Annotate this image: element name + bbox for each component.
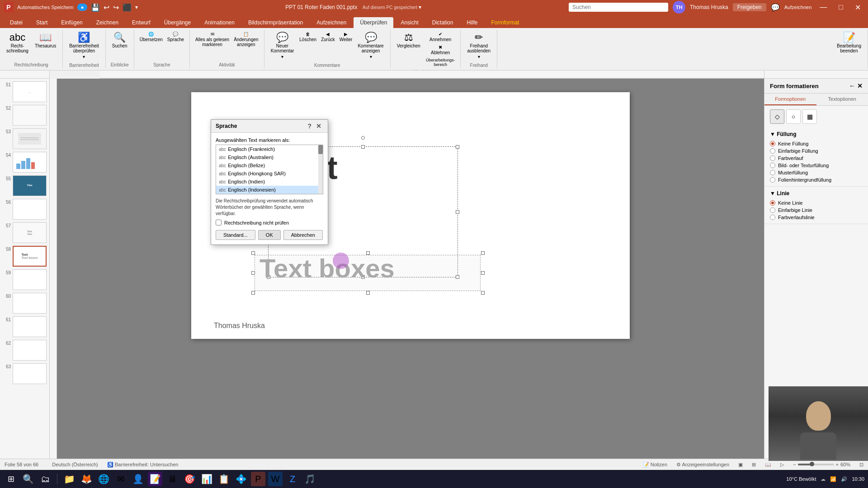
taskbar-music-btn[interactable]: 🎵 [302,472,317,486]
fit-window-btn[interactable]: ⊡ [859,462,863,468]
share-btn[interactable]: Freigeben [733,3,766,11]
ribbon-btn-änderungen[interactable]: 📋 Änderungenanzeigen [232,31,260,48]
search-input[interactable] [569,3,668,12]
option-bild-textur[interactable]: Bild- oder Texturfüllung [770,163,863,168]
radio-farbverlauf[interactable] [770,155,775,161]
handle2-r[interactable] [481,271,485,275]
lang-item-hongkong[interactable]: abc Englisch (Hongkong SAR) [216,169,323,178]
taskbar-zoom-btn[interactable]: Z [285,472,300,486]
autosave-toggle[interactable]: ● [77,4,88,11]
lang-item-indonesien[interactable]: abc Englisch (Indonesien) [216,186,323,194]
handle-t[interactable] [361,145,365,149]
rp-icon-shape[interactable]: ○ [786,109,801,124]
rp-icon-fill[interactable]: ◇ [770,109,784,124]
taskbar-windows-btn[interactable]: ⊞ [4,472,18,486]
taskbar-firefox-btn[interactable]: 🦊 [79,472,94,486]
taskbar-time[interactable]: 10:30 [852,476,864,482]
handle2-l[interactable] [251,271,255,275]
handle-r[interactable] [456,210,459,214]
language-status[interactable]: Deutsch (Österreich) [52,462,98,467]
close-btn[interactable]: ✕ [851,2,864,13]
ribbon-btn-weiter[interactable]: ▶ Weiter [338,31,354,43]
slides-panel[interactable]: 51 ... 52 53 54 [0,79,50,459]
ribbon-btn-alles-gelesen[interactable]: ✉ Alles als gelesenmarkieren [193,31,231,48]
dialog-close-btn[interactable]: ✕ [314,122,323,130]
tab-übergänge[interactable]: Übergänge [158,17,197,28]
tab-start[interactable]: Start [30,17,54,28]
tab-datei[interactable]: Datei [4,17,29,28]
handle2-t[interactable] [366,251,370,255]
handle2-tl[interactable] [251,251,255,255]
dialog-ok-btn[interactable]: OK [258,230,281,240]
taskbar-teams-btn[interactable]: 💠 [234,472,248,486]
reading-view-btn[interactable]: 📖 [765,462,771,468]
tab-überprüfen[interactable]: Überprüfen [354,17,393,28]
slide-thumb-61[interactable]: 61 [2,315,47,338]
taskbar-mail-btn[interactable]: ✉ [113,472,128,486]
ribbon-btn-rechtschreibung[interactable]: abc Recht-schreibung [4,31,31,55]
rp-icon-shadow[interactable]: ▦ [802,109,817,124]
toolbar-undo[interactable]: ↩ [104,3,109,12]
ribbon-btn-kommentare-anzeigen[interactable]: 💬 Kommentareanzeigen ▾ [355,31,386,61]
slide-thumb-51[interactable]: 51 ... [2,80,47,103]
toolbar-present[interactable]: ⬛ [123,3,132,12]
slide-thumb-58[interactable]: 58 TextText boxes [2,245,47,267]
panel-back-btn[interactable]: ← [849,82,855,89]
taskbar-search-btn[interactable]: 🔍 [21,472,35,486]
handle2-br[interactable] [481,291,485,295]
slide-thumb-54[interactable]: 54 [2,151,47,174]
ribbon-btn-vergleichen[interactable]: ⚖ Vergleichen [394,31,423,50]
taskbar-network-icon[interactable]: 📶 [830,476,836,482]
accessibility-status[interactable]: ♿ Barrierefreiheit: Untersuchen [107,462,179,468]
taskbar-monitor-btn[interactable]: 🖥 [165,472,179,486]
radio-keine-füllung[interactable] [770,141,775,146]
handle-tr[interactable] [456,145,459,149]
tab-zeichnen[interactable]: Zeichnen [90,17,125,28]
ribbon-btn-löschen[interactable]: 🗑 Löschen [297,31,318,43]
slide-thumb-55[interactable]: 55 Title [2,174,47,197]
ribbon-btn-ablehnen[interactable]: ✖ Ablehnen [424,44,457,56]
record-btn[interactable]: Aufzeichnen [784,5,812,10]
slide-thumb-52[interactable]: 52 [2,104,47,127]
lang-item-frankreich[interactable]: abc Englisch (Frankreich) [216,145,323,153]
radio-farbverlaufslinie[interactable] [770,215,775,220]
dialog-scroll-thumb[interactable] [318,145,323,154]
dialog-language-list[interactable]: abc Englisch (Frankreich) abc Englisch (… [216,145,323,194]
ribbon-btn-freihand[interactable]: ✏ Freihandausblenden ▾ [464,31,493,61]
option-muster[interactable]: Musterfüllung [770,170,863,175]
lang-item-irland[interactable]: abc Englisch (Irland) [216,194,323,194]
ribbon-btn-suchen[interactable]: 🔍 Suchen [109,31,130,50]
taskbar-onenote-btn[interactable]: 📝 [148,472,162,486]
dialog-cancel-btn[interactable]: Abbrechen [283,230,323,240]
dialog-standard-btn[interactable]: Standard... [216,230,255,240]
taskbar-people-btn[interactable]: 👤 [131,472,145,486]
taskbar-word-btn[interactable]: W [268,472,283,486]
spell-check-checkbox[interactable] [216,220,222,225]
view-settings-btn[interactable]: ⚙ Anzeigeeinstellungen [676,462,729,468]
taskbar-target-btn[interactable]: 🎯 [182,472,197,486]
taskbar-excel-btn[interactable]: 📊 [199,472,214,486]
tab-dictation[interactable]: Dictation [426,17,460,28]
tab-einfügen[interactable]: Einfügen [55,17,89,28]
zoom-thumb[interactable] [810,462,814,466]
dialog-checkbox-row[interactable]: Rechtschreibung nicht prüfen [216,220,323,225]
freehand-dropdown[interactable]: ▾ [478,54,480,59]
ribbon-btn-barrierefreiheit[interactable]: ♿ Barrierefreiheitüberprüfen ▾ [66,31,102,61]
slide-thumb-60[interactable]: 60 [2,292,47,314]
notes-btn[interactable]: 📝 Notizen [643,462,667,468]
ribbon-btn-annehmen[interactable]: ✔ Annehmen [424,31,457,43]
taskbar-files-btn[interactable]: 📁 [62,472,76,486]
radio-bild-textur[interactable] [770,163,775,168]
handle2-b[interactable] [366,291,370,295]
maximize-btn[interactable]: □ [835,2,847,12]
ribbon-btn-bearbeitung-beenden[interactable]: 📝 Bearbeitungbeenden [834,31,864,55]
save-location-dropdown[interactable]: ▾ [419,4,421,10]
slide-sorter-btn[interactable]: ⊞ [752,462,756,468]
zoom-slider[interactable] [798,464,834,465]
zoom-out-icon[interactable]: − [793,462,796,467]
ribbon-btn-übersetzen[interactable]: 🌐 Übersetzen [138,31,165,43]
taskbar-chrome-btn[interactable]: 🌐 [96,472,111,486]
tab-ansicht[interactable]: Ansicht [394,17,425,28]
option-farbverlaufslinie[interactable]: Farbverlaufslinie [770,215,863,220]
slide-thumb-59[interactable]: 59 [2,268,47,291]
